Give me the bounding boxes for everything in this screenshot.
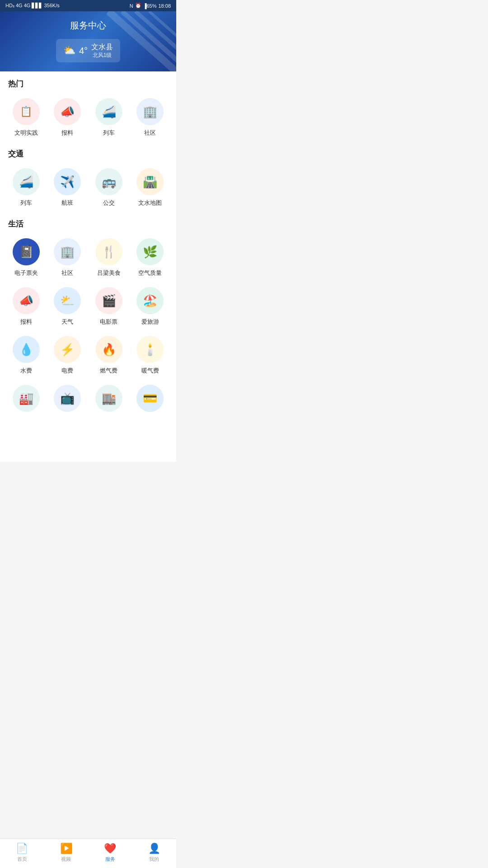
gas-fee-label: 燃气费 (100, 367, 117, 375)
page-title: 服务中心 (0, 16, 176, 39)
transport-map-label: 文水地图 (138, 199, 162, 207)
hot-item-baoliao[interactable]: 📣 报料 (49, 96, 87, 142)
shequ-label: 社区 (144, 129, 156, 137)
transport-lieche-label: 列车 (20, 199, 32, 207)
wind-info: 北风1级 (91, 52, 113, 59)
transport-hangban-icon: ✈️ (54, 168, 81, 195)
life-shequ-label: 社区 (61, 269, 73, 277)
city-name: 文水县 (91, 42, 113, 52)
meishi-label: 吕梁美食 (97, 269, 121, 277)
transport-map-icon: 🛣️ (136, 168, 164, 195)
weather-icon: ⛅ (63, 45, 75, 57)
life-gas-fee[interactable]: 🔥 燃气费 (90, 334, 128, 379)
item-4a-icon: 🏭 (13, 385, 40, 412)
life-movie-label: 电影票 (100, 318, 117, 326)
life-movie[interactable]: 🎬 电影票 (90, 285, 128, 330)
wenming-label: 文明实践 (14, 129, 38, 137)
transport-lieche[interactable]: 🚄 列车 (7, 166, 45, 212)
nfc-icon: N (130, 3, 133, 9)
life-meishi[interactable]: 🍴 吕梁美食 (90, 236, 128, 282)
life-row-2: 📣 报料 ⛅ 天气 🎬 电影票 🏖️ 爱旅游 (7, 285, 169, 330)
life-item-4d[interactable]: 💳 (131, 383, 169, 420)
life-item-4a[interactable]: 🏭 (7, 383, 45, 420)
item-4d-icon: 💳 (136, 385, 164, 412)
air-icon: 🌿 (136, 238, 164, 265)
life-travel-label: 爱旅游 (141, 318, 159, 326)
transport-hangban-label: 航班 (61, 199, 73, 207)
alarm-icon: ⏰ (135, 3, 141, 9)
item-4c-icon: 🏬 (95, 385, 122, 412)
hot-item-lieche[interactable]: 🚄 列车 (90, 96, 128, 142)
transport-wenshui-map[interactable]: 🛣️ 文水地图 (131, 166, 169, 212)
time: 18:08 (158, 3, 171, 9)
section-life: 生活 📓 电子票夹 🏢 社区 🍴 吕梁美食 (7, 219, 169, 420)
hot-item-wenming[interactable]: 📋 文明实践 (7, 96, 45, 142)
life-item-4c[interactable]: 🏬 (90, 383, 128, 420)
section-life-title: 生活 (7, 219, 169, 229)
piaojia-label: 电子票夹 (14, 269, 38, 277)
life-electric-fee[interactable]: ⚡ 电费 (49, 334, 87, 379)
temperature: 4° (79, 46, 88, 56)
baoliao-icon-circle: 📣 (54, 98, 81, 125)
baoliao-label: 报料 (61, 129, 73, 137)
life-shequ-icon: 🏢 (54, 238, 81, 265)
item-4b-icon: 📺 (54, 385, 81, 412)
life-row-3: 💧 水费 ⚡ 电费 🔥 燃气费 🕯️ 暖气费 (7, 334, 169, 379)
life-weather[interactable]: ⛅ 天气 (49, 285, 87, 330)
life-row-4: 🏭 📺 🏬 💳 (7, 383, 169, 420)
section-hot-title: 热门 (7, 79, 169, 89)
life-baoliao[interactable]: 📣 报料 (7, 285, 45, 330)
life-water-fee[interactable]: 💧 水费 (7, 334, 45, 379)
life-baoliao-label: 报料 (20, 318, 32, 326)
water-fee-label: 水费 (20, 367, 32, 375)
transport-grid: 🚄 列车 ✈️ 航班 🚌 公交 🛣️ 文水地图 (7, 166, 169, 212)
lieche-icon-circle: 🚄 (95, 98, 122, 125)
life-air[interactable]: 🌿 空气质量 (131, 236, 169, 282)
header: 服务中心 ⛅ 4° 文水县 北风1级 (0, 11, 176, 71)
life-heat-fee[interactable]: 🕯️ 暖气费 (131, 334, 169, 379)
transport-gongche-label: 公交 (103, 199, 115, 207)
heat-fee-label: 暖气费 (141, 367, 159, 375)
electric-fee-label: 电费 (61, 367, 73, 375)
wenming-icon-circle: 📋 (13, 98, 40, 125)
life-piaojia[interactable]: 📓 电子票夹 (7, 236, 45, 282)
gas-fee-icon: 🔥 (95, 336, 122, 363)
life-shequ[interactable]: 🏢 社区 (49, 236, 87, 282)
transport-hangban[interactable]: ✈️ 航班 (49, 166, 87, 212)
section-hot: 热门 📋 文明实践 📣 报料 🚄 列车 (7, 79, 169, 142)
heat-fee-icon: 🕯️ (136, 336, 164, 363)
weather-widget: ⛅ 4° 文水县 北风1级 (56, 39, 120, 62)
life-movie-icon: 🎬 (95, 287, 122, 314)
weather-info: 文水县 北风1级 (91, 42, 113, 59)
air-label: 空气质量 (138, 269, 162, 277)
hot-grid: 📋 文明实践 📣 报料 🚄 列车 🏢 社区 (7, 96, 169, 142)
main-content: 热门 📋 文明实践 📣 报料 🚄 列车 (0, 71, 176, 462)
life-travel[interactable]: 🏖️ 爱旅游 (131, 285, 169, 330)
transport-gongche[interactable]: 🚌 公交 (90, 166, 128, 212)
status-right: N ⏰ ▐65% 18:08 (130, 3, 171, 9)
water-fee-icon: 💧 (13, 336, 40, 363)
life-row-1: 📓 电子票夹 🏢 社区 🍴 吕梁美食 🌿 空气质量 (7, 236, 169, 282)
life-baoliao-icon: 📣 (13, 287, 40, 314)
shequ-icon-circle: 🏢 (136, 98, 164, 125)
life-weather-label: 天气 (61, 318, 73, 326)
electric-fee-icon: ⚡ (54, 336, 81, 363)
life-travel-icon: 🏖️ (136, 287, 164, 314)
life-weather-icon: ⛅ (54, 287, 81, 314)
section-transport: 交通 🚄 列车 ✈️ 航班 🚌 公交 (7, 149, 169, 212)
lieche-label: 列车 (103, 129, 115, 137)
hot-item-shequ[interactable]: 🏢 社区 (131, 96, 169, 142)
piaojia-icon: 📓 (13, 238, 40, 265)
transport-lieche-icon: 🚄 (13, 168, 40, 195)
status-left: HD₂ 4G 4G ▋▋▋ 356K/s (5, 3, 60, 9)
battery-icon: ▐65% (143, 3, 157, 9)
section-transport-title: 交通 (7, 149, 169, 159)
transport-gongche-icon: 🚌 (95, 168, 122, 195)
status-bar: HD₂ 4G 4G ▋▋▋ 356K/s N ⏰ ▐65% 18:08 (0, 0, 176, 11)
life-item-4b[interactable]: 📺 (49, 383, 87, 420)
network-indicators: HD₂ 4G 4G ▋▋▋ 356K/s (5, 3, 60, 9)
meishi-icon: 🍴 (95, 238, 122, 265)
